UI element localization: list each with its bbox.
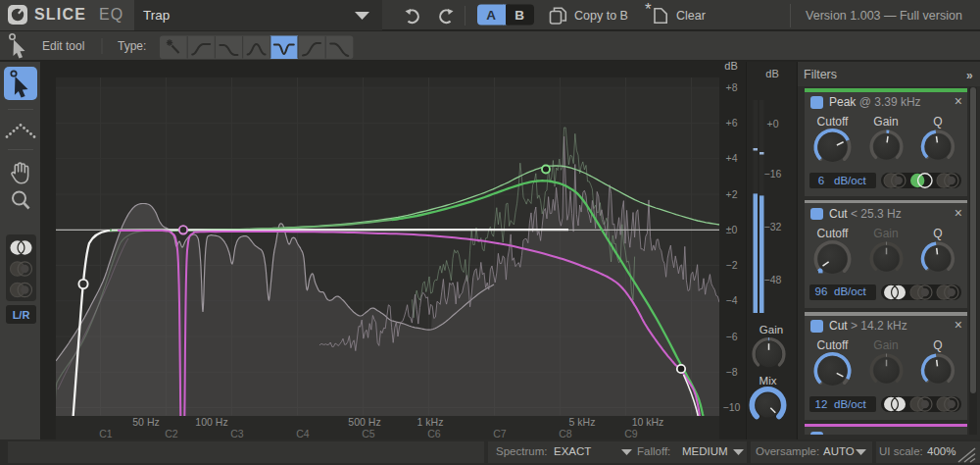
svg-text:10 kHz: 10 kHz bbox=[632, 416, 664, 428]
svg-text:B: B bbox=[514, 8, 524, 23]
svg-text:SLICE: SLICE bbox=[34, 6, 86, 23]
svg-text:C1: C1 bbox=[99, 428, 113, 439]
svg-text:−2: −2 bbox=[726, 259, 738, 271]
svg-text:Copy to B: Copy to B bbox=[574, 9, 628, 23]
svg-text:±0: ±0 bbox=[726, 224, 738, 235]
svg-text:50 Hz: 50 Hz bbox=[132, 416, 159, 428]
svg-text:MEDIUM: MEDIUM bbox=[682, 445, 728, 457]
svg-text:+4: +4 bbox=[726, 152, 738, 164]
svg-text:AUTO: AUTO bbox=[823, 445, 855, 457]
svg-text:*: * bbox=[645, 0, 652, 19]
svg-text:Gain: Gain bbox=[760, 324, 783, 336]
svg-text:Version 1.003 — Full version: Version 1.003 — Full version bbox=[806, 9, 962, 23]
svg-text:500 Hz: 500 Hz bbox=[348, 416, 380, 428]
svg-text:Trap: Trap bbox=[143, 8, 170, 23]
svg-text:−8: −8 bbox=[726, 366, 738, 378]
svg-text:+2: +2 bbox=[726, 188, 738, 200]
svg-text:400%: 400% bbox=[927, 445, 956, 457]
svg-text:+8: +8 bbox=[726, 81, 738, 93]
svg-text:UI scale:: UI scale: bbox=[879, 445, 923, 457]
svg-text:5 kHz: 5 kHz bbox=[569, 416, 596, 428]
svg-text:+0: +0 bbox=[767, 118, 779, 129]
svg-text:C5: C5 bbox=[362, 428, 375, 439]
svg-text:100 Hz: 100 Hz bbox=[195, 416, 227, 428]
svg-text:C6: C6 bbox=[427, 428, 441, 439]
svg-text:+6: +6 bbox=[726, 117, 738, 129]
svg-text:Type:: Type: bbox=[118, 39, 146, 53]
svg-text:EQ: EQ bbox=[99, 6, 123, 23]
svg-text:C3: C3 bbox=[230, 428, 244, 439]
svg-text:C8: C8 bbox=[559, 428, 572, 439]
svg-text:L/R: L/R bbox=[13, 309, 30, 321]
svg-text:−48: −48 bbox=[764, 274, 782, 285]
svg-text:Edit tool: Edit tool bbox=[42, 39, 84, 53]
svg-text:−10: −10 bbox=[723, 401, 741, 413]
svg-text:dB: dB bbox=[765, 68, 778, 79]
svg-text:Filters: Filters bbox=[804, 68, 837, 81]
svg-text:Falloff:: Falloff: bbox=[637, 445, 670, 457]
svg-text:−6: −6 bbox=[726, 331, 738, 342]
svg-text:C9: C9 bbox=[624, 428, 638, 439]
svg-text:dB: dB bbox=[724, 61, 737, 72]
svg-text:EXACT: EXACT bbox=[554, 445, 591, 457]
svg-text:A: A bbox=[486, 8, 496, 23]
svg-text:Oversample:: Oversample: bbox=[756, 445, 819, 457]
svg-text:Clear: Clear bbox=[676, 9, 706, 23]
svg-text:C4: C4 bbox=[296, 428, 310, 439]
svg-text:Mix: Mix bbox=[760, 375, 777, 387]
svg-text:Spectrum:: Spectrum: bbox=[496, 445, 547, 457]
svg-text:−32: −32 bbox=[764, 221, 782, 232]
svg-text:C7: C7 bbox=[493, 428, 507, 439]
svg-text:C2: C2 bbox=[165, 428, 178, 439]
svg-text:1 kHz: 1 kHz bbox=[417, 416, 444, 428]
svg-text:−16: −16 bbox=[764, 168, 782, 180]
svg-text:−4: −4 bbox=[726, 294, 738, 306]
svg-text:»: » bbox=[966, 69, 973, 82]
